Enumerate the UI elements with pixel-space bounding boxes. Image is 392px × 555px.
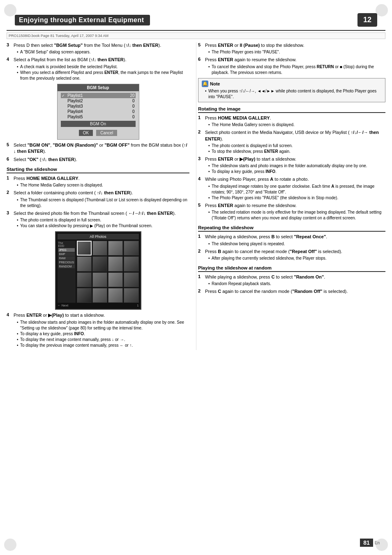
thumb-cell [77, 288, 92, 303]
list-item: Random Repeat playback starts. [208, 281, 385, 287]
step-title: Press D then select "BGM Setup" from the… [14, 42, 189, 48]
list-item: The Home Media Gallery screen is display… [208, 122, 385, 128]
step-num: 4 [7, 57, 12, 81]
thumb-cell [92, 272, 107, 287]
step-2-rotate: 2 Select photo content in the Media Navi… [198, 129, 385, 154]
cancel-button[interactable]: Cancel [96, 130, 117, 136]
step-3-rotate: 3 Press ENTER or ▶(Play) to start a slid… [198, 156, 385, 175]
playlist-count: 0 [132, 104, 135, 108]
page-title: Enjoying through External Equipment [15, 15, 150, 25]
thumb-cell [108, 256, 123, 271]
bullet-list: The slideshow starts and photo images in… [205, 163, 385, 175]
bullet-list: The slideshow starts and photo images in… [14, 320, 189, 348]
bullet-list: To cancel the slideshow and stop the Pho… [205, 64, 385, 76]
step-content: While playing a slideshow, press B to se… [205, 234, 385, 246]
sidebar-title: TheEDD [58, 242, 75, 247]
playlist-count: 20 [130, 93, 134, 98]
step-title: Select photo content in the Media Naviga… [205, 129, 385, 142]
thumb-nav: ← Next [58, 304, 69, 307]
list-item: After playing the currently selected sli… [208, 256, 385, 261]
step-title: Press ENTER again to resume the slidesho… [205, 203, 385, 209]
thumb-cell [124, 256, 138, 271]
step-content: Press D then select "BGM Setup" from the… [14, 42, 189, 55]
print-info: PRO11508ID.book Page 81 Tuesday, April 1… [7, 32, 385, 39]
list-item: To display the previous image content ma… [17, 343, 189, 348]
thumb-cell [92, 256, 107, 271]
step-title: Press ENTER again to resume the slidesho… [205, 57, 385, 63]
step-1-random: 1 While playing a slideshow, press C to … [198, 274, 385, 287]
thumb-cell [124, 272, 138, 287]
thumb-cell [108, 241, 123, 256]
step-num: 1 [7, 175, 12, 188]
list-item: The slideshow starts and photo images in… [208, 163, 385, 169]
step-content: Press ENTER or II (Pause) to stop the sl… [205, 42, 385, 55]
step-content: Select a folder containing photo content… [14, 190, 189, 208]
step-content: Press ENTER again to resume the slidesho… [205, 203, 385, 221]
step-content: Press ENTER again to resume the slidesho… [205, 57, 385, 75]
step-title: Press HOME MEDIA GALLERY. [14, 175, 189, 182]
step-title: Select the desired photo file from the T… [14, 210, 189, 216]
thumb-sidebar: TheEDD JPEG BMP RAW PRECIOUS RANDOM [58, 241, 76, 303]
bullet-list: The Photo Player goes into "PAUSE". [205, 49, 385, 55]
step-2-random: 2 Press C again to cancel the random mod… [198, 288, 385, 295]
list-item: The Home Media Gallery screen is display… [17, 182, 189, 188]
dialog-row: Playlist5 0 [61, 114, 136, 120]
list-item: The photo content is displayed in full s… [17, 217, 189, 223]
step-title: Press B again to cancel the repeat mode … [205, 249, 385, 255]
step-num: 2 [198, 288, 203, 295]
step-content: Press ENTER or ▶(Play) to start a slides… [205, 156, 385, 175]
step-content: Press HOME MEDIA GALLERY. The Home Media… [14, 175, 189, 188]
step-num: 6 [198, 57, 203, 75]
left-column: 3 Press D then select "BGM Setup" from t… [7, 42, 196, 350]
list-item: To display the next image content manual… [17, 337, 189, 343]
step-title: Select a folder containing photo content… [14, 190, 189, 196]
step-title: Select "BGM ON", "BGM ON (Random)" or "B… [14, 142, 189, 155]
list-item: A "BGM Setup" dialog screen appears. [17, 49, 189, 55]
step-title: While playing a slideshow, press C to se… [205, 274, 385, 280]
list-item: The slideshow starts and photo images in… [17, 320, 189, 331]
bullet-list: The slideshow being played is repeated. [205, 241, 385, 247]
page-number: 81 [360, 539, 373, 547]
thumb-cell [77, 256, 92, 271]
ok-button[interactable]: OK [79, 130, 93, 136]
playlist-count: 0 [132, 99, 135, 103]
bullet-list: The selected rotation mode is only effec… [205, 210, 385, 221]
step-title: Press ENTER or II (Pause) to stop the sl… [205, 42, 385, 48]
bullet-list: The displayed image rotates by one quart… [205, 184, 385, 201]
step-content: Press C again to cancel the random mode … [205, 288, 385, 295]
step-4-slideshow: 4 Press ENTER or ▶(Play) to start a slid… [7, 312, 189, 348]
step-2-slideshow: 2 Select a folder containing photo conte… [7, 190, 189, 208]
section-heading-slideshow: Starting the slideshow [7, 167, 189, 173]
step-content: Select "BGM ON", "BGM ON (Random)" or "B… [14, 142, 189, 155]
thumb-cell [92, 288, 107, 303]
dialog-row: Playlist2 0 [61, 98, 136, 104]
step-4-bgm: 4 Select a Playlist from the list as BGM… [7, 57, 189, 81]
page-lang: En [375, 541, 380, 545]
bullet-list: The photo content is displayed in full s… [14, 217, 189, 229]
list-item: To cancel the slideshow and stop the Pho… [208, 64, 385, 76]
list-item: The photo content is displayed in full s… [208, 143, 385, 149]
dialog-title: BGM Setup [58, 84, 139, 91]
dialog-row: Playlist4 0 [61, 109, 136, 114]
step-num: 2 [198, 249, 203, 261]
note-bullet-list: When you press ↑/↓/←/→, ◄◄/►► while phot… [202, 88, 382, 100]
step-num: 1 [198, 234, 203, 246]
thumb-cell [108, 272, 123, 287]
folder-item: BMP [58, 252, 75, 256]
list-item: When you select a different Playlist and… [17, 70, 189, 81]
folder-item: RANDOM [58, 265, 75, 268]
thumb-cell [108, 288, 123, 303]
step-content: While playing a slideshow, press C to se… [205, 274, 385, 287]
step-num: 5 [198, 42, 203, 55]
step-5-bgm: 5 Select "BGM ON", "BGM ON (Random)" or … [7, 142, 189, 155]
thumb-layout: TheEDD JPEG BMP RAW PRECIOUS RANDOM [58, 241, 139, 303]
step-title: Press C again to cancel the random mode … [205, 288, 385, 295]
step-num: 2 [7, 190, 12, 208]
corner-decoration-bl [4, 539, 16, 551]
step-num: 3 [7, 42, 12, 55]
thumb-grid [77, 241, 139, 303]
step-content: Press HOME MEDIA GALLERY. The Home Media… [205, 115, 385, 128]
step-6-right: 6 Press ENTER again to resume the slides… [198, 57, 385, 75]
folder-item: RAW [58, 256, 75, 260]
list-item: The selected rotation mode is only effec… [208, 210, 385, 221]
